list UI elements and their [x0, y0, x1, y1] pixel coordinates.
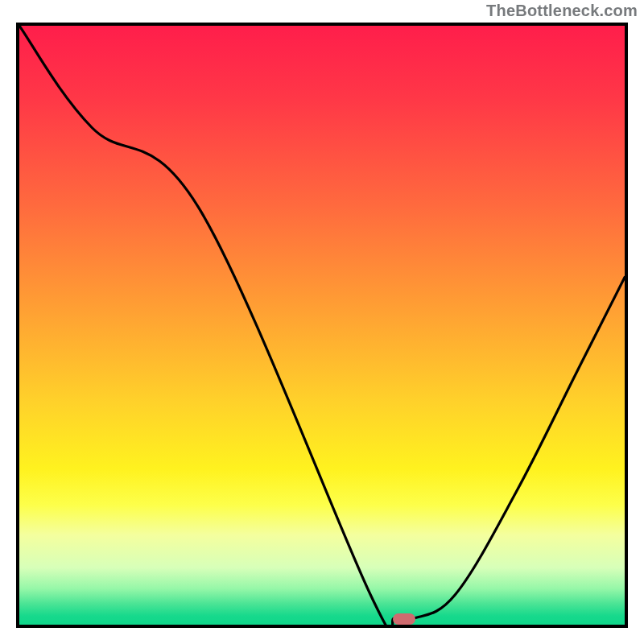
- bottleneck-curve: [19, 26, 625, 625]
- plot-area: [19, 26, 625, 625]
- optimal-marker: [393, 613, 415, 625]
- attribution-label: TheBottleneck.com: [486, 2, 638, 20]
- chart-container: TheBottleneck.com: [0, 0, 644, 644]
- plot-frame: [16, 23, 628, 628]
